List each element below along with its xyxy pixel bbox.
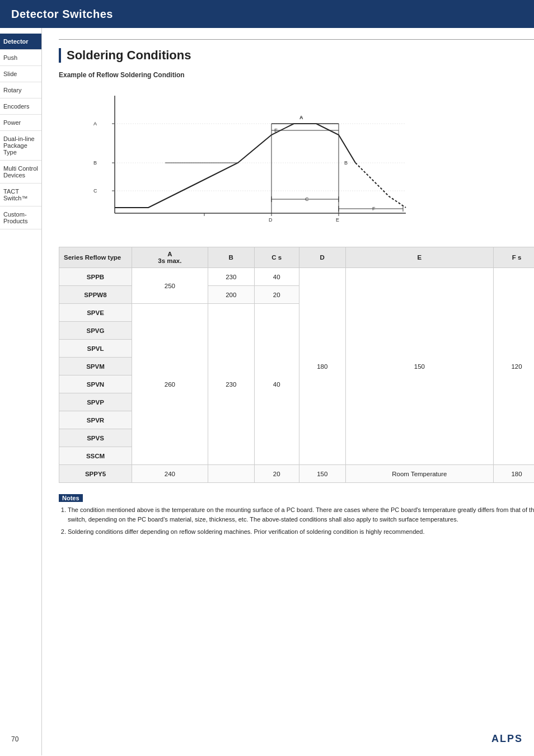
table-row: SPVL <box>59 340 132 358</box>
sidebar: Detector Push Slide Rotary Encoders Powe… <box>0 28 42 755</box>
subtitle: Example of Reflow Soldering Condition <box>59 71 534 79</box>
svg-text:B: B <box>93 160 97 166</box>
soldering-conditions-table: Series Reflow type A3s max. B C s D E F … <box>59 247 534 483</box>
sidebar-item-tact-switch[interactable]: TACT Switch™ <box>0 184 41 206</box>
chart-svg: C B A A D E B C F <box>92 90 417 230</box>
page-header: Detector Switches <box>0 0 534 28</box>
sidebar-item-custom-products[interactable]: Custom-Products <box>0 206 41 229</box>
table-row: SPVR <box>59 411 132 429</box>
sidebar-item-encoders[interactable]: Encoders <box>0 98 41 115</box>
sidebar-item-push[interactable]: Push <box>0 50 41 66</box>
page-content: Soldering Conditions Example of Reflow S… <box>42 28 534 755</box>
note-item: Soldering conditions differ depending on… <box>68 527 534 537</box>
table-row: SSCM <box>59 447 132 465</box>
sidebar-item-multi-control[interactable]: Multi Control Devices <box>0 161 41 184</box>
divider <box>59 39 534 40</box>
notes-header: Notes <box>59 494 83 502</box>
sidebar-item-detector[interactable]: Detector <box>0 34 41 50</box>
col-header-e: E <box>345 247 493 268</box>
section-title: Soldering Conditions <box>59 48 534 63</box>
notes-section: Notes The condition mentioned above is t… <box>59 494 534 537</box>
sidebar-item-rotary[interactable]: Rotary <box>0 82 41 98</box>
table-row: SPPB <box>59 268 132 286</box>
table-row: SPPW8 <box>59 286 132 304</box>
svg-text:C: C <box>93 188 97 194</box>
col-header-d: D <box>299 247 345 268</box>
table-row: SPVP <box>59 393 132 411</box>
table-row: SPVN <box>59 375 132 393</box>
page-footer: 70 ALPS <box>0 733 534 745</box>
col-header-b: B <box>208 247 254 268</box>
sidebar-item-dual-inline[interactable]: Dual-in-line Package Type <box>0 131 41 161</box>
main-content: Detector Push Slide Rotary Encoders Powe… <box>0 28 534 755</box>
table-row: SPVS <box>59 429 132 447</box>
col-header-c: C s <box>254 247 299 268</box>
svg-text:D: D <box>269 217 273 223</box>
col-header-f: F s <box>493 247 534 268</box>
svg-text:E: E <box>336 217 339 223</box>
svg-text:A: A <box>93 121 97 126</box>
svg-text:B: B <box>344 160 348 166</box>
reflow-chart: C B A A D E B C F <box>92 90 417 230</box>
notes-list: The condition mentioned above is the tem… <box>59 505 534 537</box>
table-row: SPVE <box>59 304 132 322</box>
table-row: SPVG <box>59 322 132 340</box>
table-row: SPVM <box>59 358 132 375</box>
header-title: Detector Switches <box>11 8 113 21</box>
alps-logo: ALPS <box>491 733 523 745</box>
sidebar-item-power[interactable]: Power <box>0 115 41 131</box>
page-number: 70 <box>11 735 18 743</box>
sidebar-item-slide[interactable]: Slide <box>0 66 41 82</box>
table-row: SPPY5 <box>59 465 132 483</box>
col-header-a: A3s max. <box>132 247 208 268</box>
col-header-series: Series Reflow type <box>59 247 132 268</box>
svg-text:A: A <box>299 115 303 120</box>
note-item: The condition mentioned above is the tem… <box>68 505 534 524</box>
